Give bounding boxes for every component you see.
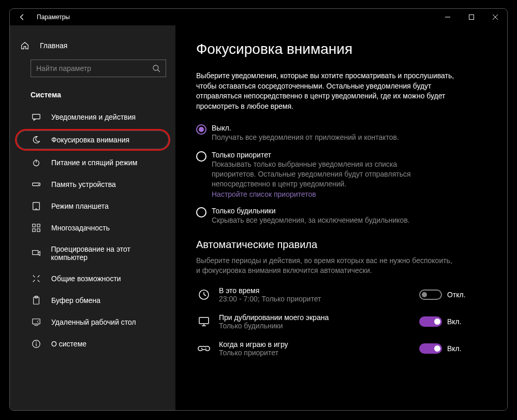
svg-rect-15 [33, 229, 35, 231]
search-icon [152, 64, 160, 73]
svg-rect-13 [33, 224, 35, 227]
section-label: Система [10, 86, 175, 106]
clipboard-icon [31, 296, 42, 305]
gamepad-icon [196, 342, 212, 355]
sidebar-item-focus-assist[interactable]: Фокусировка внимания [15, 129, 170, 151]
sidebar: Главная Система Уведомления и действия [10, 25, 175, 410]
radio-off-sub: Получать все уведомления от приложений и… [212, 133, 429, 142]
back-button[interactable] [14, 9, 31, 25]
radio-alarms[interactable] [196, 207, 206, 218]
message-icon [31, 112, 42, 122]
svg-rect-14 [37, 224, 40, 227]
rule-game[interactable]: Когда я играю в игру Только приоритет Вк… [196, 340, 486, 357]
priority-list-link[interactable]: Настройте список приоритетов [212, 190, 486, 198]
radio-priority-sub: Показывать только выбранные уведомления … [212, 160, 429, 189]
rule-title: При дублировании моего экрана [219, 313, 419, 322]
svg-point-27 [36, 342, 37, 343]
auto-rules-description: Выберите периоды и действия, во время ко… [196, 256, 455, 276]
svg-point-38 [206, 349, 207, 350]
sidebar-item-label: Многозадачность [51, 224, 110, 232]
clock-icon [196, 288, 212, 301]
sidebar-item-label: Буфер обмена [51, 296, 100, 305]
sidebar-item-label: Фокусировка внимания [51, 136, 129, 144]
close-button[interactable] [483, 9, 507, 25]
radio-priority[interactable] [196, 151, 206, 162]
sidebar-item-label: Проецирование на этот компьютер [51, 245, 166, 262]
radio-off[interactable] [196, 124, 206, 135]
settings-window: Параметры Главная [9, 8, 508, 411]
svg-line-21 [38, 280, 40, 282]
rule-time[interactable]: В это время 23:00 - 7:00; Только приорит… [196, 286, 486, 303]
sidebar-item-tablet[interactable]: Режим планшета [10, 195, 175, 217]
sidebar-item-shared[interactable]: Общие возможности [10, 268, 175, 289]
sidebar-item-about[interactable]: О системе [10, 333, 175, 355]
sidebar-item-projecting[interactable]: Проецирование на этот компьютер [10, 239, 175, 268]
auto-rules-heading: Автоматические правила [196, 239, 486, 251]
focus-mode-radios: Выкл. Получать все уведомления от прилож… [196, 124, 486, 225]
shared-icon [31, 274, 42, 283]
rule-title: В это время [219, 286, 419, 295]
project-icon [31, 249, 41, 258]
tablet-icon [31, 201, 42, 211]
remote-icon [31, 317, 42, 327]
storage-icon [31, 180, 42, 189]
radio-off-label: Выкл. [212, 124, 486, 132]
sidebar-item-label: Режим планшета [51, 202, 109, 210]
power-icon [31, 158, 42, 167]
svg-point-37 [205, 347, 206, 349]
toggle-display[interactable] [419, 316, 442, 327]
titlebar: Параметры [10, 9, 507, 25]
multitask-icon [31, 223, 42, 233]
radio-alarms-sub: Скрывать все уведомления, за исключением… [212, 215, 429, 225]
svg-line-5 [158, 70, 160, 72]
sidebar-item-storage[interactable]: Память устройства [10, 173, 175, 195]
sidebar-item-remote[interactable]: Удаленный рабочий стол [10, 311, 175, 333]
radio-alarms-label: Только будильники [212, 207, 486, 215]
svg-rect-32 [199, 317, 209, 324]
toggle-game[interactable] [419, 343, 442, 354]
toggle-label: Вкл. [447, 317, 462, 326]
sidebar-item-multitasking[interactable]: Многозадачность [10, 217, 175, 239]
search-input[interactable] [36, 64, 152, 73]
svg-line-19 [38, 276, 40, 278]
sidebar-item-label: Уведомления и действия [51, 113, 136, 121]
maximize-button[interactable] [460, 9, 483, 25]
rule-sub: 23:00 - 7:00; Только приоритет [219, 295, 419, 303]
rule-display[interactable]: При дублировании моего экрана Только буд… [196, 313, 486, 330]
svg-point-10 [38, 184, 39, 185]
svg-rect-16 [37, 229, 40, 231]
svg-rect-24 [33, 319, 40, 324]
content-area: Фокусировка внимания Выберите уведомлени… [175, 25, 507, 410]
rule-sub: Только приоритет [219, 349, 419, 357]
toggle-label: Вкл. [447, 344, 462, 353]
sidebar-item-label: Общие возможности [51, 274, 121, 283]
svg-line-31 [204, 295, 206, 296]
sidebar-item-label: Удаленный рабочий стол [51, 318, 136, 326]
svg-rect-17 [33, 251, 38, 255]
minimize-button[interactable] [436, 9, 460, 25]
sidebar-item-power[interactable]: Питание и спящий режим [10, 152, 175, 173]
svg-line-18 [33, 276, 35, 278]
page-title: Фокусировка внимания [196, 41, 486, 57]
sidebar-item-label: Питание и спящий режим [51, 158, 137, 167]
svg-point-4 [153, 65, 158, 70]
page-description: Выберите уведомления, которые вы хотите … [196, 71, 455, 111]
rule-sub: Только будильники [219, 322, 419, 330]
sidebar-item-label: Память устройства [51, 180, 116, 189]
home-icon [19, 41, 31, 50]
sidebar-item-notifications[interactable]: Уведомления и действия [10, 106, 175, 128]
toggle-time[interactable] [419, 289, 442, 300]
info-icon [31, 339, 42, 349]
home-label: Главная [40, 41, 67, 50]
toggle-label: Откл. [447, 291, 466, 299]
svg-rect-6 [33, 114, 40, 119]
radio-priority-label: Только приоритет [212, 151, 486, 159]
moon-icon [31, 135, 42, 144]
rule-title: Когда я играю в игру [219, 340, 419, 349]
search-box[interactable] [31, 60, 166, 77]
home-button[interactable]: Главная [10, 36, 175, 55]
sidebar-item-clipboard[interactable]: Буфер обмена [10, 289, 175, 311]
svg-line-20 [33, 280, 35, 282]
monitor-icon [196, 315, 212, 328]
window-title: Параметры [37, 13, 70, 21]
